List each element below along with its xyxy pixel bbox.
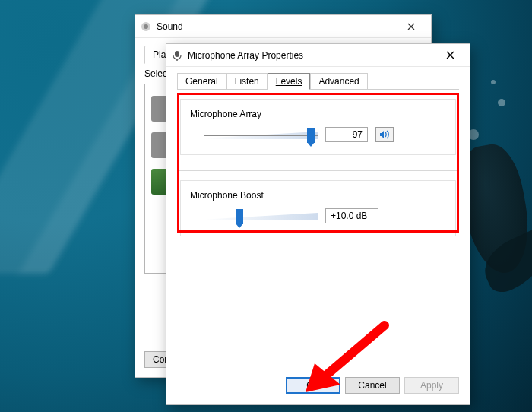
mic-boost-value[interactable]: [325, 208, 378, 223]
separator: [177, 170, 459, 171]
mic-boost-thumb[interactable]: [236, 209, 243, 224]
props-button-row: OK Cancel Apply: [177, 371, 459, 397]
props-close-button[interactable]: [435, 44, 465, 67]
mic-app-icon: [171, 49, 183, 62]
mic-level-thumb[interactable]: [307, 128, 315, 143]
svg-point-1: [144, 24, 148, 29]
mic-boost-label: Microphone Boost: [190, 190, 446, 201]
close-icon: [446, 51, 454, 59]
props-titlebar[interactable]: Microphone Array Properties: [166, 44, 470, 67]
sound-window-title: Sound: [157, 21, 396, 32]
tab-general[interactable]: General: [177, 73, 226, 90]
apply-button[interactable]: Apply: [404, 377, 459, 394]
mic-level-value[interactable]: [325, 127, 368, 142]
ok-button[interactable]: OK: [286, 377, 340, 394]
mic-properties-window: Microphone Array Properties General List…: [166, 43, 470, 405]
levels-panel: Microphone Array: [177, 90, 459, 371]
props-tabs: General Listen Levels Advanced: [177, 71, 459, 90]
tab-levels[interactable]: Levels: [268, 73, 311, 90]
cancel-button[interactable]: Cancel: [345, 377, 400, 394]
tab-listen[interactable]: Listen: [226, 73, 268, 90]
mic-boost-slider[interactable]: [204, 211, 318, 220]
mic-level-label: Microphone Array: [190, 109, 446, 119]
sound-titlebar[interactable]: Sound: [135, 15, 431, 38]
props-window-title: Microphone Array Properties: [188, 50, 435, 61]
sound-close-button[interactable]: [396, 15, 426, 38]
tab-advanced[interactable]: Advanced: [310, 73, 367, 90]
svg-rect-3: [176, 59, 177, 61]
mic-boost-group: Microphone Boost: [180, 180, 456, 236]
mic-level-slider[interactable]: [204, 130, 318, 139]
speaker-app-icon: [140, 21, 152, 33]
speaker-icon: [378, 128, 391, 141]
mic-mute-button[interactable]: [375, 127, 394, 142]
close-icon: [407, 23, 415, 30]
mic-level-group: Microphone Array: [180, 99, 456, 155]
svg-rect-2: [175, 51, 179, 57]
